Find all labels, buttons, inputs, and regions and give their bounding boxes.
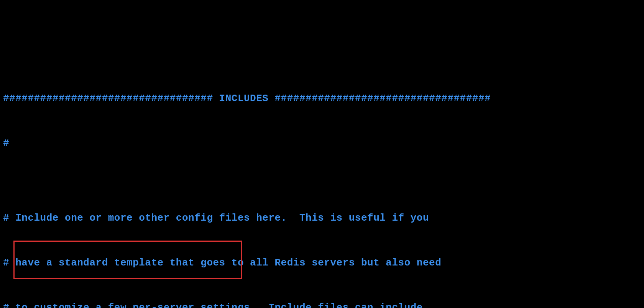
config-line: # have a standard template that goes to … [3, 256, 641, 270]
config-line: # to customize a few per-server settings… [3, 300, 641, 308]
terminal-viewport[interactable]: ################################## INCLU… [3, 61, 641, 308]
config-line: ################################## INCLU… [3, 91, 641, 106]
config-line: # [3, 136, 641, 151]
config-line: # Include one or more other config files… [3, 211, 641, 226]
